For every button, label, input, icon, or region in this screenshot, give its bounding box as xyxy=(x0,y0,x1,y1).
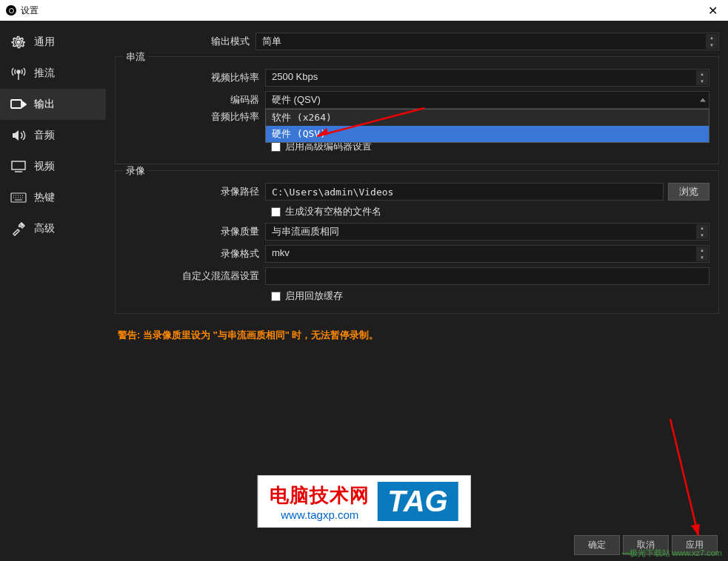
chevron-up-icon xyxy=(700,98,706,102)
chevron-up-icon[interactable]: ▲ xyxy=(706,34,718,41)
output-mode-label: 输出模式 xyxy=(115,35,256,48)
record-quality-label: 录像质量 xyxy=(124,225,265,238)
antenna-icon xyxy=(10,65,27,81)
encoder-label: 编码器 xyxy=(124,93,265,107)
sidebar-item-audio[interactable]: 音频 xyxy=(0,120,106,151)
monitor-icon xyxy=(10,158,27,175)
keyboard-icon xyxy=(10,189,27,206)
speaker-icon xyxy=(10,127,27,144)
svg-point-5 xyxy=(21,224,24,226)
window-title: 设置 xyxy=(21,4,39,17)
close-button[interactable]: ✕ xyxy=(704,4,722,18)
sidebar-item-label: 输出 xyxy=(34,98,55,111)
warning-text: 警告: 当录像质里设为 "与串流画质相同" 时，无法暂停录制。 xyxy=(118,329,716,342)
replay-label: 启用回放缓存 xyxy=(285,289,343,303)
record-path-input[interactable] xyxy=(265,183,664,201)
record-format-select[interactable]: mkv ▲▼ xyxy=(265,245,709,263)
sidebar-item-label: 视频 xyxy=(34,160,55,173)
chevron-down-icon[interactable]: ▼ xyxy=(706,41,718,49)
gear-icon xyxy=(10,34,27,50)
sidebar-item-label: 推流 xyxy=(34,67,55,80)
replay-checkbox[interactable] xyxy=(271,292,281,301)
titlebar: 设置 ✕ xyxy=(0,0,728,21)
watermark-title: 电脑技术网 xyxy=(270,483,370,508)
no-space-label: 生成没有空格的文件名 xyxy=(285,205,381,218)
sidebar-item-video[interactable]: 视频 xyxy=(0,151,106,182)
sidebar-item-label: 热键 xyxy=(34,191,55,204)
sidebar-item-hotkeys[interactable]: 热键 xyxy=(0,182,106,213)
svg-rect-2 xyxy=(11,100,21,108)
watermark-tag: TAG xyxy=(377,482,458,521)
video-bitrate-input[interactable]: 2500 Kbps ▲▼ xyxy=(265,69,709,87)
sidebar-item-advanced[interactable]: 高级 xyxy=(0,213,106,244)
record-group: 录像 录像路径 浏览 生成没有空格的文件名 录像质量 与串流画质相同 ▲▼ xyxy=(115,170,719,314)
output-icon xyxy=(10,96,27,112)
svg-point-1 xyxy=(17,70,20,73)
stream-group: 串流 视频比特率 2500 Kbps ▲▼ 编码器 硬件 (QSV) xyxy=(115,56,719,164)
app-icon xyxy=(6,5,16,16)
browse-button[interactable]: 浏览 xyxy=(668,183,709,201)
record-quality-select[interactable]: 与串流画质相同 ▲▼ xyxy=(265,223,709,241)
record-group-title: 录像 xyxy=(123,164,148,178)
stream-group-title: 串流 xyxy=(123,50,148,64)
encoder-dropdown: 软件 (x264) 硬件 (QSV) xyxy=(265,109,709,143)
no-space-checkbox[interactable] xyxy=(271,207,281,217)
chevron-up-icon[interactable]: ▲ xyxy=(696,224,708,232)
svg-rect-3 xyxy=(12,161,25,169)
output-mode-select[interactable]: 简单 ▲▼ xyxy=(256,33,719,50)
watermark-url: www.tagxp.com xyxy=(270,508,370,521)
chevron-down-icon[interactable]: ▼ xyxy=(696,232,708,239)
watermark-corner: — 极光下载站 www.xz7.com xyxy=(622,548,722,558)
svg-point-0 xyxy=(17,41,21,44)
sidebar-item-stream[interactable]: 推流 xyxy=(0,58,106,89)
sidebar-item-label: 高级 xyxy=(34,222,55,235)
watermark-overlay: 电脑技术网 www.tagxp.com TAG xyxy=(257,475,470,528)
muxer-input[interactable] xyxy=(265,267,709,285)
sidebar: 通用 推流 输出 音频 视频 热键 高级 xyxy=(0,21,106,561)
record-format-label: 录像格式 xyxy=(124,247,265,261)
ok-button[interactable]: 确定 xyxy=(574,535,620,555)
encoder-option-x264[interactable]: 软件 (x264) xyxy=(266,110,709,126)
sidebar-item-output[interactable]: 输出 xyxy=(0,89,106,120)
sidebar-item-general[interactable]: 通用 xyxy=(0,27,106,58)
chevron-down-icon[interactable]: ▼ xyxy=(696,78,708,85)
encoder-option-qsv[interactable]: 硬件 (QSV) xyxy=(266,126,709,142)
video-bitrate-label: 视频比特率 xyxy=(124,71,265,84)
sidebar-item-label: 通用 xyxy=(34,36,55,49)
chevron-up-icon[interactable]: ▲ xyxy=(696,246,708,254)
muxer-label: 自定义混流器设置 xyxy=(124,269,265,283)
record-path-label: 录像路径 xyxy=(124,185,265,198)
sidebar-item-label: 音频 xyxy=(34,129,55,142)
chevron-down-icon[interactable]: ▼ xyxy=(696,254,708,261)
tools-icon xyxy=(10,221,27,237)
encoder-select[interactable]: 硬件 (QSV) xyxy=(265,91,709,109)
chevron-up-icon[interactable]: ▲ xyxy=(696,70,708,78)
adv-encoder-checkbox[interactable] xyxy=(271,142,281,152)
audio-bitrate-label: 音频比特率 xyxy=(124,110,265,124)
